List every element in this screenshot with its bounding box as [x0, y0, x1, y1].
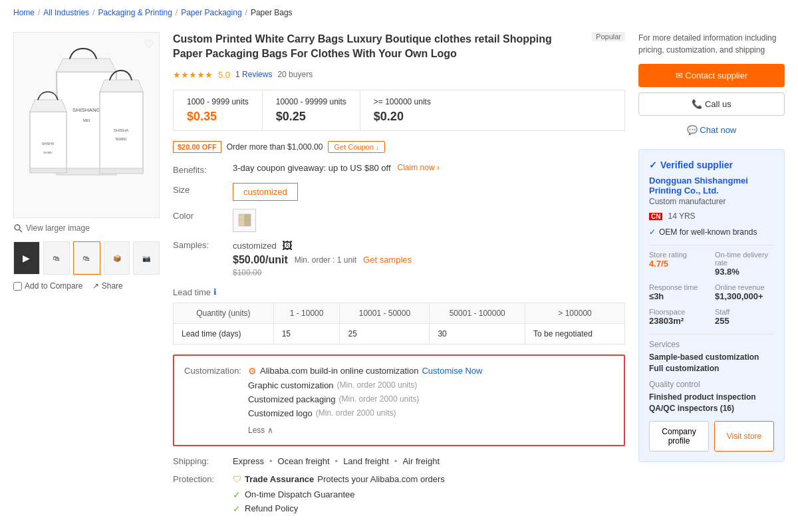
custom-item-1-text: Alibaba.com build-in online customizatio… — [260, 366, 418, 376]
share-button[interactable]: ↗ Share — [92, 281, 122, 291]
delivery-rate-label: On-time delivery rate — [715, 251, 774, 267]
verified-checkmark-icon: ✓ — [649, 160, 657, 170]
check-icon-2: ✓ — [233, 503, 241, 514]
call-us-button[interactable]: 📞 Call us — [638, 92, 785, 116]
popular-badge: Popular — [592, 32, 625, 41]
protection-row: Protection: 🛡 Trade Assurance Protects y… — [173, 474, 625, 514]
protection-label: Protection: — [173, 474, 226, 484]
supplier-name-link[interactable]: Dongguan Shishangmei Printing Co., Ltd. — [649, 176, 774, 196]
custom-item-3-text: Customized packaging — [248, 394, 336, 404]
get-coupon-button[interactable]: Get Coupon ↓ — [328, 141, 385, 153]
stat-floorspace: Floorspace 23803m² — [649, 308, 708, 326]
rating-row: ★★★★★ 5.0 1 Reviews 20 buyers — [173, 70, 625, 80]
thumbnail-2[interactable]: 🛍 — [43, 241, 70, 275]
lead-row-label: Lead time (days) — [174, 323, 274, 344]
thumbnail-5[interactable]: 📷 — [133, 241, 160, 275]
compare-share-bar: Add to Compare ↗ Share — [13, 275, 160, 297]
stat-response-time: Response time ≤3h — [649, 283, 708, 301]
thumbnail-4[interactable]: 📦 — [104, 241, 130, 275]
thumbnail-row: ▶ 🛍 🛍 📦 📷 — [13, 241, 160, 275]
qty-range-1: 1000 - 9999 units — [187, 97, 249, 106]
lead-time-info-icon[interactable]: ℹ — [213, 287, 217, 297]
qty-range-2: 10000 - 99999 units — [276, 97, 346, 106]
less-button[interactable]: Less ∧ — [248, 426, 483, 435]
shipping-land: Land freight — [343, 456, 389, 466]
sample-info: customized 🖼 $50.00/unit Min. order : 1 … — [233, 240, 412, 277]
chat-now-button[interactable]: 💬 Chat now — [638, 121, 785, 139]
samples-row: Samples: customized 🖼 $50.00/unit Min. o… — [173, 240, 625, 277]
breadcrumb-paper[interactable]: Paper Packaging — [181, 8, 241, 17]
lead-col-header-1: 1 - 10000 — [273, 303, 340, 323]
lead-val-3: 30 — [430, 323, 525, 344]
breadcrumb-current: Paper Bags — [251, 8, 293, 17]
samples-label: Samples: — [173, 240, 226, 250]
thumbnail-3[interactable]: 🛍 — [73, 241, 100, 275]
response-time-value: ≤3h — [649, 291, 708, 301]
main-image: ♡ SHISHANG MEI — [13, 32, 160, 218]
svg-point-18 — [15, 225, 20, 230]
size-customized-btn[interactable]: customized — [233, 183, 298, 201]
customization-items: ⚙ Alibaba.com build-in online customizat… — [248, 366, 483, 435]
qc-title: Quality control — [649, 380, 774, 389]
get-samples-link[interactable]: Get samples — [363, 255, 412, 265]
reviews-link[interactable]: 1 Reviews — [235, 70, 272, 79]
contact-supplier-button[interactable]: ✉ Contact supplier — [638, 64, 785, 87]
add-to-compare-checkbox[interactable]: Add to Compare — [13, 281, 82, 291]
svg-marker-9 — [100, 80, 143, 92]
service-2: Full customization — [649, 364, 774, 373]
stats-grid: Store rating 4.7/5 On-time delivery rate… — [649, 251, 774, 326]
thumbnail-video[interactable]: ▶ — [13, 241, 40, 275]
custom-item-3: Customized packaging (Min. order 2000 un… — [248, 394, 483, 404]
lead-col-header-2: 10001 - 50000 — [340, 303, 430, 323]
sample-price: $50.00/unit — [233, 254, 288, 266]
oem-badge: ✓ OEM for well-known brands — [649, 227, 774, 237]
supplier-action-buttons: Company profile Visit store — [649, 421, 774, 452]
price-tier-1: 1000 - 9999 units $0.35 — [174, 90, 263, 130]
lead-col-header-4: > 100000 — [525, 303, 625, 323]
svg-marker-2 — [57, 59, 116, 72]
product-title: Custom Printed White Carry Bags Luxury B… — [173, 32, 583, 62]
shipping-options: Express • Ocean freight • Land freight •… — [233, 456, 440, 466]
customization-row: Customization: ⚙ Alibaba.com build-in on… — [184, 366, 614, 435]
svg-text:SHISHA: SHISHA — [42, 142, 55, 146]
store-rating-value: 4.7/5 — [649, 259, 708, 269]
customization-label: Customization: — [184, 366, 241, 376]
services-section: Services Sample-based customization Full… — [649, 340, 774, 373]
star-icons: ★★★★★ — [173, 70, 213, 80]
price-1: $0.35 — [187, 110, 249, 124]
floorspace-value: 23803m² — [649, 316, 708, 326]
swatch-icon — [238, 213, 251, 227]
pricing-table: 1000 - 9999 units $0.35 10000 - 99999 un… — [173, 90, 625, 131]
customise-now-link[interactable]: Customise Now — [422, 366, 482, 376]
trade-assurance-name: Trade Assurance — [245, 474, 314, 484]
breadcrumb-home[interactable]: Home — [13, 8, 35, 17]
breadcrumb-packaging[interactable]: Packaging & Printing — [98, 8, 172, 17]
svg-marker-14 — [30, 100, 66, 112]
delivery-rate-value: 93.8% — [715, 267, 774, 277]
supplier-years: 14 YRS — [668, 211, 695, 221]
visit-store-button[interactable]: Visit store — [714, 421, 774, 452]
custom-item-2-min: (Min. order 2000 units) — [337, 380, 418, 390]
stat-staff: Staff 255 — [715, 308, 774, 326]
stat-online-revenue: Online revenue $1,300,000+ — [715, 283, 774, 301]
product-image: SHISHANG MEI SHISHA NGMEI SHISHA NGMEI — [23, 45, 150, 205]
custom-item-2-text: Graphic customization — [248, 380, 334, 390]
custom-item-3-min: (Min. order 2000 units) — [339, 394, 420, 404]
floorspace-label: Floorspace — [649, 308, 708, 316]
country-flag-icon: CN — [649, 213, 662, 220]
lead-time-section: Lead time ℹ Quantity (units) 1 - 10000 1… — [173, 287, 625, 344]
oem-check-icon: ✓ — [649, 227, 656, 237]
coupon-bar: $20.00 OFF Order more than $1,000.00 Get… — [173, 141, 625, 153]
trade-badge-icon: 🛡 — [233, 474, 241, 484]
color-swatch[interactable] — [233, 209, 256, 232]
sample-type: customized — [233, 241, 277, 251]
breadcrumb-industries[interactable]: All Industries — [43, 8, 89, 17]
lead-time-table: Quantity (units) 1 - 10000 10001 - 50000… — [173, 303, 625, 344]
color-label: Color — [173, 209, 226, 221]
view-larger-btn[interactable]: View larger image — [13, 218, 160, 238]
shipping-express: Express — [233, 456, 264, 466]
wishlist-heart-icon[interactable]: ♡ — [144, 38, 154, 51]
image-section: ♡ SHISHANG MEI — [13, 32, 160, 524]
company-profile-button[interactable]: Company profile — [649, 421, 709, 452]
claim-now-link[interactable]: Claim now › — [398, 163, 440, 172]
